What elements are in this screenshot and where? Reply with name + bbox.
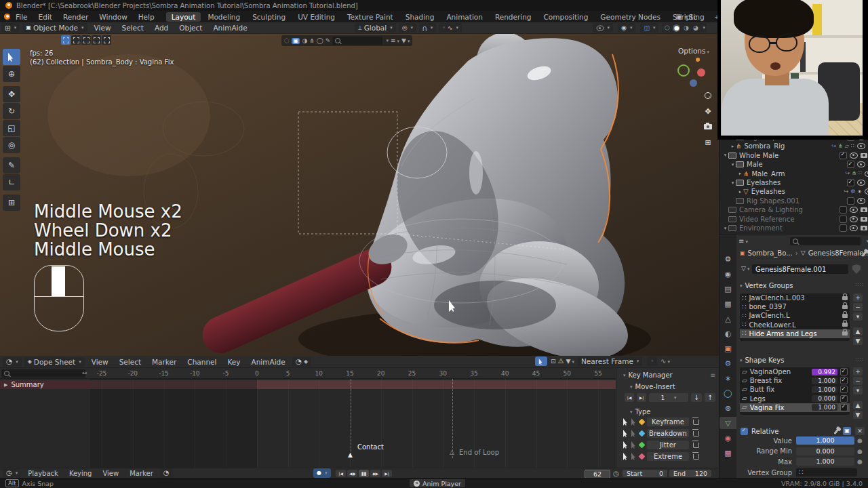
shape-key-value[interactable]: 1.000 [812, 404, 837, 411]
shading-wireframe-icon[interactable]: ⬡ [663, 24, 671, 32]
cancel-job-icon[interactable]: ✕ [414, 481, 420, 487]
properties-tab-particles[interactable]: ∗ [719, 372, 736, 384]
viewport-3d[interactable]: ⊞▾ ▣ Object Mode▾ ViewSelectAddObjectAni… [0, 22, 719, 356]
funnel-filter-icon[interactable]: ▼▾ [401, 38, 410, 44]
move-up-button[interactable]: ▲ [853, 327, 863, 336]
remove-button[interactable]: − [853, 377, 863, 385]
properties-tab-material[interactable]: ◉ [719, 432, 736, 444]
filter-world-icon[interactable]: ◯ [317, 38, 323, 44]
outliner-row-rig-shapes-001[interactable]: Rig Shapes.001 [719, 197, 868, 205]
frame-range-icon[interactable]: ⊡ [551, 359, 556, 365]
select-keys-cursor-icon[interactable] [623, 441, 629, 449]
select-keys-cursor-icon[interactable] [623, 418, 629, 426]
filter-blob-icon[interactable]: ⬡ [284, 38, 290, 44]
disclosure-arrow-icon[interactable]: ▸ [737, 189, 743, 195]
viewport-menu-view[interactable]: View [89, 24, 117, 32]
key-manager-header[interactable]: ▾Key Manager ≡ [622, 371, 673, 379]
move-up-button[interactable]: ▲ [853, 401, 863, 409]
viewport-search-input[interactable] [332, 37, 382, 45]
animate-dot-icon[interactable]: ● [857, 448, 863, 455]
sync-clock-icon[interactable]: ◔ [160, 468, 173, 478]
filter-shading-icon[interactable]: ◑ [302, 38, 307, 44]
disclosure-arrow-icon[interactable]: ▾ [722, 152, 728, 158]
shape-key-item[interactable]: ▱Breast fix1.000 [740, 376, 850, 385]
include-checkbox[interactable] [847, 179, 854, 186]
jump-to-end-button[interactable]: ▶| [382, 470, 392, 477]
vertex-group-item[interactable]: ∷CheekLower.L [740, 321, 850, 329]
jump-left-button[interactable]: |◀ [625, 393, 634, 402]
dope-sheet-menu-select[interactable]: Select [114, 358, 146, 366]
deselect-keys-cursor-icon[interactable] [631, 430, 637, 437]
scene-selector[interactable]: ▣ ▾ Sc [676, 13, 697, 21]
frame-start-field[interactable]: Start0 [623, 470, 667, 477]
panel-grip[interactable]: ∷∷ [856, 357, 864, 363]
shape-key-value[interactable]: 1.000 [812, 378, 837, 384]
expand-icon[interactable]: ↔ [82, 370, 87, 376]
expand-arrow-icon[interactable]: ▶ [4, 382, 7, 388]
select-mode-intersect[interactable] [102, 35, 111, 45]
fake-user-shield-icon[interactable] [852, 264, 861, 274]
lock-icon[interactable] [842, 305, 848, 309]
field-slider[interactable]: 1.000 [796, 458, 854, 466]
gizmo-y-axis-dot[interactable] [677, 64, 690, 77]
summary-channel[interactable]: ▶ Summary [0, 380, 90, 389]
outliner-row-male-arm[interactable]: ▸⋔Male_Arm↪⋔∷ [719, 169, 868, 178]
dope-sheet-menu-key[interactable]: Key [222, 358, 245, 366]
workspace-tab-texture-paint[interactable]: Texture Paint [342, 12, 399, 22]
shape-key-mute-checkbox[interactable] [840, 368, 848, 375]
include-checkbox[interactable] [840, 152, 847, 159]
outliner-row-whole-male[interactable]: ▾Whole Male [719, 151, 868, 160]
dope-sheet-menu-channel[interactable]: Channel [182, 358, 222, 366]
hide-eye-icon[interactable] [850, 207, 858, 213]
lock-icon[interactable] [842, 296, 848, 300]
snap-mode-dropdown[interactable]: Nearest Frame▾ [578, 357, 642, 366]
hide-eye-icon[interactable] [850, 152, 858, 159]
vertex-group-item[interactable]: ∷Hide Arms and Legs [740, 329, 850, 338]
field-slider[interactable]: 1.000 [796, 436, 854, 445]
options-dropdown[interactable]: Options▾ [678, 47, 709, 55]
shape-key-value[interactable]: 0.000 [812, 395, 837, 402]
field-slider[interactable]: 0.000 [796, 447, 854, 455]
key-type-label[interactable]: Keyframe [647, 418, 689, 426]
disclosure-arrow-icon[interactable]: ▸ [737, 171, 743, 176]
playback-sync-buttons[interactable]: ◔◈ [292, 357, 311, 367]
vertex-group-field[interactable]: ∷ [796, 468, 857, 476]
outliner-row-video-reference[interactable]: Video Reference [719, 215, 868, 224]
dope-sheet-menu-animaide[interactable]: AnimAide [245, 358, 290, 366]
marker-triangle-icon[interactable]: ▲ [348, 451, 353, 458]
zoom-icon[interactable] [703, 90, 713, 101]
hide-eye-icon[interactable] [857, 198, 865, 204]
properties-tab-render[interactable]: ◉ [719, 268, 736, 280]
lock-icon[interactable] [842, 323, 848, 327]
properties-tab-output[interactable]: ▤ [719, 283, 736, 295]
auto-keying-toggle[interactable]: ●▾ [313, 468, 331, 478]
xray-toggle[interactable]: ◫▾ [640, 23, 658, 33]
include-checkbox[interactable] [840, 206, 847, 214]
animate-dot-icon[interactable]: ● [857, 437, 863, 444]
pin-icon[interactable] [833, 428, 839, 434]
editor-type-button[interactable]: ⊞▾ [1, 23, 20, 33]
specials-dropdown[interactable]: ▾ [853, 312, 863, 321]
playback-menu-playback[interactable]: Playback [22, 470, 64, 477]
move-down-button[interactable]: ▼ [853, 411, 863, 419]
vertex-groups-list[interactable]: ∷JawClench.L.003∷bone_0397∷JawClench.L∷C… [740, 293, 850, 341]
frame-end-field[interactable]: End120 [669, 470, 711, 477]
outliner-row-camera-lighting[interactable]: Camera & Lighting [719, 205, 868, 214]
disable-render-camera-icon[interactable] [861, 217, 867, 222]
shape-key-mute-checkbox[interactable] [840, 395, 848, 403]
viewport-menu-add[interactable]: Add [149, 24, 174, 32]
outliner-row-male[interactable]: ▾Male [719, 160, 868, 169]
timeline-ruler[interactable]: ↔ -25-20-15-10-50510152025303540455055 [0, 368, 719, 379]
proportional-edit-toggle[interactable]: ◦∿▾ [439, 23, 462, 33]
mode-dropdown[interactable]: ▣ Object Mode▾ [22, 23, 87, 33]
shape-key-value[interactable]: 0.992 [812, 369, 837, 375]
animate-dot-icon[interactable]: ● [857, 458, 863, 465]
breadcrumb-data[interactable]: Genesis8Female.... [808, 249, 868, 257]
add-button[interactable]: + [853, 367, 863, 375]
shape-key-item[interactable]: ▱VaginaOpen0.992 [740, 367, 850, 376]
shading-rendered-icon[interactable]: ◕ [692, 24, 699, 32]
deselect-keys-cursor-icon[interactable] [631, 441, 637, 449]
key-type-label[interactable]: Jitter [647, 441, 689, 449]
properties-tab-physics[interactable]: ◯ [719, 387, 736, 399]
anim-player-job[interactable]: ✕ Anim Player [410, 479, 465, 487]
